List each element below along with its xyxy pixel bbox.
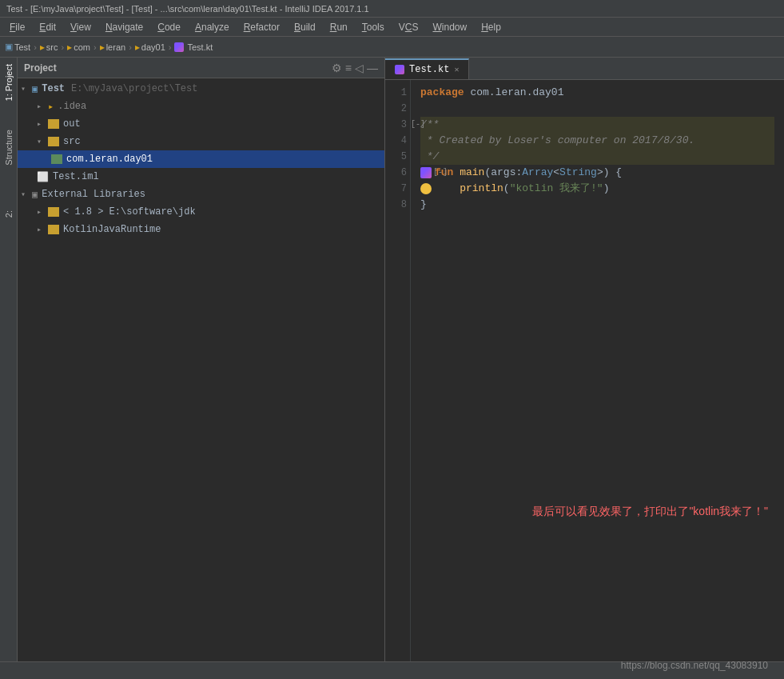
breadcrumb-test-label: Test bbox=[14, 42, 30, 52]
code-line-4: * Created by Loser's computer on 2017/8/… bbox=[420, 133, 774, 149]
line-num-2: 2 bbox=[385, 101, 407, 117]
kotlin-run-icon[interactable] bbox=[420, 167, 432, 178]
menu-window[interactable]: Window bbox=[426, 20, 473, 34]
folder-icon-idea: ▸ bbox=[48, 101, 54, 113]
arrow-jdk: ▸ bbox=[37, 207, 45, 217]
menu-analyze[interactable]: Analyze bbox=[189, 20, 236, 34]
tree-item-root[interactable]: ▾ ▣ Test E:\myJava\project\Test bbox=[18, 80, 384, 98]
menu-run[interactable]: Run bbox=[324, 20, 354, 34]
title-text: Test - [E:\myJava\project\Test] - [Test]… bbox=[6, 4, 369, 14]
println-paren-open: ( bbox=[503, 181, 510, 197]
code-line-3: [-] /** bbox=[420, 117, 774, 133]
minimize-icon[interactable]: — bbox=[367, 62, 378, 74]
menu-navigate[interactable]: Navigate bbox=[99, 20, 149, 34]
tab-close-button[interactable]: ✕ bbox=[454, 65, 459, 74]
fold-icon-6[interactable]: [-] bbox=[433, 165, 448, 181]
tree-item-extlibs[interactable]: ▾ ▣ External Libraries bbox=[18, 186, 384, 203]
kotlin-icon-breadcrumb bbox=[174, 42, 184, 52]
breadcrumb-sep-3: › bbox=[94, 42, 97, 52]
tree-item-kotlin-runtime[interactable]: ▸ KotlinJavaRuntime bbox=[18, 221, 384, 238]
breadcrumb-src[interactable]: ▸ src bbox=[40, 42, 58, 53]
sidebar-tab-2[interactable]: 2: bbox=[1, 204, 17, 224]
settings-icon[interactable]: ≡ bbox=[345, 62, 352, 74]
tree-item-idea[interactable]: ▸ ▸ .idea bbox=[18, 98, 384, 115]
println-string: "kotlin 我来了!" bbox=[510, 181, 603, 197]
tree-item-src[interactable]: ▾ src bbox=[18, 133, 384, 150]
menu-build[interactable]: Build bbox=[288, 20, 322, 34]
arrow-extlibs: ▾ bbox=[21, 190, 29, 199]
tree-label-src: src bbox=[63, 136, 81, 147]
line-num-7: 7 bbox=[385, 181, 407, 197]
tree-item-package[interactable]: com.leran.day01 bbox=[18, 150, 384, 168]
breadcrumb-src-label: src bbox=[46, 42, 58, 52]
jdk-icon bbox=[48, 207, 59, 217]
comment-body-line4: * Created by Loser's computer on 2017/8/… bbox=[420, 133, 694, 149]
tree-label-extlibs: External Libraries bbox=[42, 189, 145, 200]
menu-refactor[interactable]: Refactor bbox=[237, 20, 286, 34]
breadcrumb-day01[interactable]: ▸ day01 bbox=[135, 42, 165, 53]
project-tree: ▾ ▣ Test E:\myJava\project\Test ▸ ▸ .ide… bbox=[18, 78, 384, 661]
type-array: Array bbox=[522, 165, 553, 181]
tree-item-testiml[interactable]: ⬜ Test.iml bbox=[18, 168, 384, 186]
breadcrumb-test[interactable]: ▣ Test bbox=[5, 42, 30, 52]
arrow-out: ▸ bbox=[37, 119, 45, 129]
menu-file[interactable]: File bbox=[3, 20, 31, 34]
breadcrumb-testkt[interactable]: Test.kt bbox=[174, 42, 213, 52]
menu-bar: File Edit View Navigate Code Analyze Ref… bbox=[0, 18, 784, 37]
breadcrumb-leran[interactable]: ▸ leran bbox=[100, 42, 125, 53]
breadcrumb-testkt-label: Test.kt bbox=[187, 42, 213, 52]
menu-help[interactable]: Help bbox=[475, 20, 507, 34]
paren-open: ( bbox=[484, 165, 491, 181]
fn-println: println bbox=[460, 181, 503, 197]
code-line-7: println ( "kotlin 我来了!" ) bbox=[420, 181, 774, 197]
arrow-src: ▾ bbox=[37, 137, 45, 146]
sidebar-tabs: 1: Project Structure 2: bbox=[0, 58, 18, 661]
editor-panel: Test.kt ✕ 1 2 3 4 5 6 7 8 package com bbox=[385, 58, 784, 661]
code-line-8: } bbox=[420, 197, 774, 213]
tree-label-kotlin-runtime: KotlinJavaRuntime bbox=[63, 224, 161, 235]
breadcrumb-sep-4: › bbox=[129, 42, 132, 52]
tree-label-out: out bbox=[63, 118, 81, 130]
code-area[interactable]: 1 2 3 4 5 6 7 8 package com.leran.day01 bbox=[385, 80, 784, 661]
tree-label-root: Test bbox=[42, 83, 65, 94]
breadcrumb-bar: ▣ Test › ▸ src › ▸ com › ▸ leran › ▸ day… bbox=[0, 37, 784, 58]
sidebar-tab-project[interactable]: 1: Project bbox=[1, 58, 17, 107]
line-num-3: 3 bbox=[385, 117, 407, 133]
breadcrumb-com[interactable]: ▸ com bbox=[67, 42, 90, 53]
menu-code[interactable]: Code bbox=[151, 20, 187, 34]
editor-tab-testkt[interactable]: Test.kt ✕ bbox=[385, 58, 469, 79]
tree-label-idea: .idea bbox=[58, 101, 86, 112]
arrow-idea: ▸ bbox=[37, 102, 45, 111]
menu-view[interactable]: View bbox=[64, 20, 98, 34]
folder-icon-day01: ▸ bbox=[135, 42, 140, 53]
line-numbers: 1 2 3 4 5 6 7 8 bbox=[385, 80, 411, 661]
arrow-root: ▾ bbox=[21, 84, 29, 94]
line-num-6: 6 bbox=[385, 165, 407, 181]
angle-close: > bbox=[597, 165, 603, 181]
fold-icon-3[interactable]: [-] bbox=[411, 117, 425, 133]
main-content: 1: Project Structure 2: Project ⚙ ≡ ◁ — … bbox=[0, 58, 784, 661]
breadcrumb-leran-label: leran bbox=[106, 42, 125, 52]
hide-icon[interactable]: ◁ bbox=[355, 62, 364, 74]
title-bar: Test - [E:\myJava\project\Test] - [Test]… bbox=[0, 0, 784, 18]
project-icon: ▣ bbox=[32, 83, 38, 95]
menu-vcs[interactable]: VCS bbox=[392, 20, 425, 34]
sidebar-tab-structure[interactable]: Structure bbox=[1, 123, 17, 172]
code-line-5: */ bbox=[420, 149, 774, 165]
test-icon: ▣ bbox=[5, 42, 13, 52]
tree-item-out[interactable]: ▸ out bbox=[18, 115, 384, 133]
project-header: Project ⚙ ≡ ◁ — bbox=[18, 58, 384, 78]
bulb-icon[interactable] bbox=[420, 183, 432, 194]
colon: : bbox=[515, 165, 522, 181]
menu-edit[interactable]: Edit bbox=[33, 20, 62, 34]
breadcrumb-com-label: com bbox=[74, 42, 90, 52]
folder-icon-src: ▸ bbox=[40, 42, 45, 53]
space bbox=[464, 85, 471, 101]
tree-item-jdk[interactable]: ▸ < 1.8 > E:\software\jdk bbox=[18, 203, 384, 221]
url-text: https://blog.csdn.net/qq_43083910 bbox=[621, 660, 768, 671]
kotlin-runtime-icon bbox=[48, 225, 59, 234]
menu-tools[interactable]: Tools bbox=[356, 20, 391, 34]
status-text bbox=[6, 666, 9, 676]
gear-icon[interactable]: ⚙ bbox=[332, 62, 342, 74]
code-editor[interactable]: package com.leran.day01 [-] /** * Create… bbox=[411, 80, 784, 661]
